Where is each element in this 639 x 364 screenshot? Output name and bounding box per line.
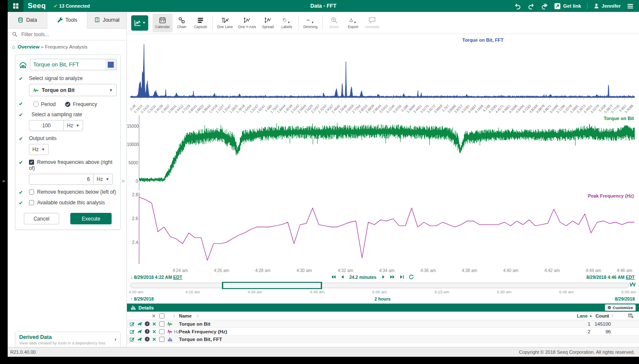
investigate-end-date[interactable]: 8/29/2018: [615, 296, 635, 301]
arrow-down-icon: ↓: [130, 275, 132, 280]
execute-button[interactable]: Execute: [70, 213, 112, 224]
remove-above-unit-select[interactable]: Hz▼: [94, 174, 113, 185]
toolbar-button-export[interactable]: ▼Export: [343, 14, 362, 32]
edit-icon[interactable]: [130, 329, 135, 334]
trend-view: ▼ CalendarChainCapsuleOne LaneOne Y-Axis…: [127, 12, 639, 347]
scrubber-selection[interactable]: [222, 282, 322, 289]
table-row[interactable]: iTorque on Bit, FFT: [127, 335, 639, 343]
toolbar-button-chain[interactable]: Chain: [173, 14, 191, 32]
row-name[interactable]: Peak Frequency (Hz): [179, 328, 227, 335]
column-count[interactable]: Count: [596, 312, 614, 320]
forward-share-icon[interactable]: [541, 3, 548, 10]
row-checkbox[interactable]: [159, 321, 164, 327]
toolbar-button-dimming[interactable]: ▼Dimming: [301, 14, 320, 32]
get-link-button[interactable]: Get link: [554, 3, 581, 10]
tab-journal[interactable]: Journal: [87, 12, 127, 28]
sampling-unit-select[interactable]: Hz▼: [64, 120, 83, 131]
info-icon[interactable]: i: [145, 321, 150, 326]
column-lane[interactable]: Lane ▲: [577, 312, 593, 320]
remove-all-icon[interactable]: [152, 312, 156, 320]
step-back-icon[interactable]: [340, 274, 345, 280]
row-checkbox[interactable]: [159, 337, 164, 342]
row-name[interactable]: Torque on Bit: [179, 320, 210, 327]
seeq-logo[interactable]: Seeq: [28, 2, 46, 10]
range-duration[interactable]: 24.2 minutes: [349, 275, 377, 280]
toolbar-button-one-y-axis[interactable]: One Y-Axis: [236, 14, 259, 32]
remove-icon[interactable]: [152, 322, 156, 326]
tab-tools[interactable]: Tools: [47, 12, 87, 29]
sort-icon[interactable]: [172, 312, 176, 320]
investigate-duration[interactable]: 2 hours: [130, 296, 635, 301]
app-grid-menu-button[interactable]: [8, 0, 23, 12]
expand-data-panel-handle[interactable]: »: [0, 177, 7, 185]
row-name[interactable]: Torque on Bit, FFT: [179, 335, 222, 343]
color-picker-button[interactable]: [105, 59, 117, 70]
tool-name-input[interactable]: Torque on Bit, FFT: [30, 59, 106, 70]
derived-data-button[interactable]: Derived Data View data created by tools …: [15, 332, 121, 348]
scrubber-handle-right[interactable]: [321, 282, 322, 289]
skip-back-icon[interactable]: [331, 274, 336, 280]
auto-update-icon[interactable]: [630, 281, 636, 287]
add-column-icon[interactable]: [628, 312, 633, 320]
connected-status[interactable]: ✔ 13 Connected: [54, 3, 90, 9]
remove-above-checkbox[interactable]: Remove frequencies above (right of): [29, 159, 112, 171]
breadcrumb-current: Frequency Analysis: [45, 44, 87, 49]
send-icon[interactable]: [137, 321, 142, 327]
details-chart-icon: [130, 305, 136, 310]
range-start[interactable]: ↓ 8/29/2018 4:22 AM EDT: [130, 275, 182, 280]
available-outside-checkbox[interactable]: Available outside this analysis: [29, 200, 105, 206]
remove-above-input[interactable]: [29, 174, 94, 185]
column-name[interactable]: Name: [179, 312, 192, 320]
sampling-rate-input[interactable]: [29, 120, 64, 131]
select-all-checkbox[interactable]: [159, 312, 164, 320]
tab-data[interactable]: Data: [8, 12, 47, 28]
remove-icon[interactable]: [152, 337, 156, 341]
range-end[interactable]: 8/29/2018 4:46 AM EDT: [587, 275, 635, 280]
view-mode-dropdown[interactable]: ▼: [131, 15, 148, 31]
info-icon[interactable]: i: [145, 337, 150, 341]
toolbar-divider: [322, 15, 322, 31]
edit-icon[interactable]: [130, 321, 135, 327]
remove-icon[interactable]: [152, 330, 156, 334]
send-icon[interactable]: [137, 329, 142, 334]
table-row[interactable]: iTorque on Bit1145100: [127, 320, 639, 328]
toolbar-button-capsule[interactable]: Capsule: [191, 14, 210, 32]
collapse-tools-panel-handle[interactable]: «: [122, 177, 127, 185]
step-forward-icon[interactable]: [380, 274, 386, 280]
row-checkbox[interactable]: [159, 329, 164, 334]
breadcrumb-overview[interactable]: Overview: [17, 44, 39, 49]
sampling-label: Select a sampling rate: [29, 112, 117, 118]
scrubber-handle-left[interactable]: [222, 282, 223, 289]
send-icon[interactable]: [137, 337, 142, 342]
checkbox-icon: [29, 189, 34, 195]
sort-icon[interactable]: [196, 312, 200, 320]
undo-icon[interactable]: [514, 3, 521, 10]
toolbar-button-calendar[interactable]: Calendar: [153, 14, 173, 32]
info-icon[interactable]: i: [145, 329, 150, 334]
frequency-radio[interactable]: Frequency: [65, 101, 97, 107]
user-menu[interactable]: Jennifer: [593, 3, 621, 9]
redo-icon[interactable]: [527, 3, 535, 10]
customize-button[interactable]: ⚙ Customize: [605, 304, 636, 311]
output-unit-select[interactable]: Hz▼: [29, 144, 49, 155]
skip-to-end-icon[interactable]: [399, 274, 405, 280]
cancel-button[interactable]: Cancel: [24, 213, 59, 224]
toolbar-button-labels[interactable]: ▼Labels: [277, 14, 296, 32]
toolbar-button-one-lane[interactable]: One Lane: [215, 14, 236, 32]
fft-chart-title: Torque on Bit, FFT: [462, 37, 504, 43]
sidebar: Data Tools Journal ⌂ Overview » Frequenc…: [8, 12, 127, 347]
remove-below-checkbox[interactable]: Remove frequencies below (left of): [29, 189, 116, 195]
signal-select[interactable]: Torque on Bit▼: [29, 84, 117, 96]
fft-chart-canvas[interactable]: [130, 43, 635, 100]
hamburger-menu-icon[interactable]: [627, 3, 634, 10]
refresh-icon[interactable]: [409, 274, 414, 280]
toolbar-button-spread[interactable]: Spread: [259, 14, 277, 32]
skip-forward-icon[interactable]: [390, 274, 395, 280]
filter-tools-input[interactable]: [20, 31, 106, 38]
torque-chart-canvas[interactable]: [139, 115, 635, 190]
peak-frequency-chart-canvas[interactable]: [139, 192, 635, 264]
edit-icon[interactable]: [130, 337, 135, 342]
period-radio[interactable]: Period: [33, 101, 56, 107]
timeline-scrubber[interactable]: [130, 283, 629, 288]
table-row[interactable]: iHzPeak Frequency (Hz)296: [127, 328, 639, 335]
